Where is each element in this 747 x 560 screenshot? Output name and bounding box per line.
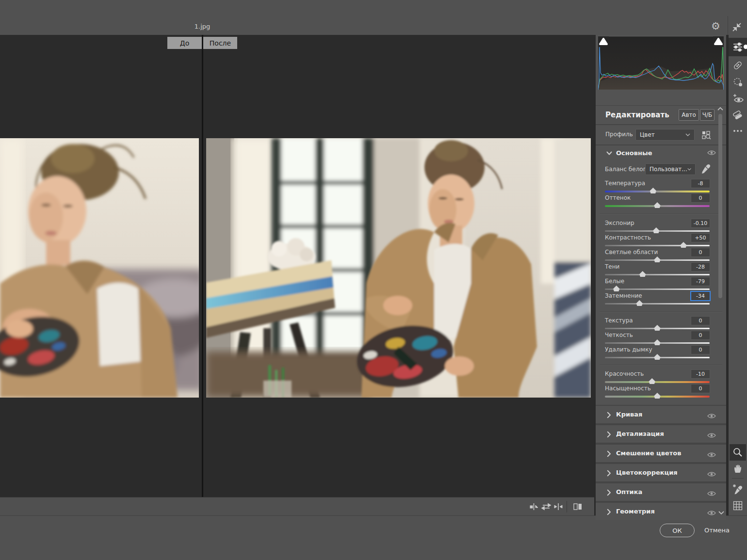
section-row-2[interactable]: Детализация — [596, 425, 726, 443]
slider-value-box[interactable]: -8 — [691, 179, 710, 188]
histogram[interactable] — [598, 36, 724, 90]
shadow-clipping-icon — [598, 36, 609, 47]
grid-overlay-icon[interactable] — [732, 500, 743, 511]
slider-value-box[interactable]: 0 — [691, 193, 710, 203]
section-row-4[interactable]: Цветокоррекция — [596, 464, 726, 481]
slider-value-box[interactable]: -10 — [691, 369, 710, 379]
slider-value-box[interactable]: -0.10 — [691, 219, 710, 228]
slider-track[interactable] — [605, 245, 710, 246]
white-balance-picker-icon[interactable] — [732, 484, 743, 495]
section-row-6[interactable]: Геометрия — [596, 503, 726, 520]
chevron-down-icon — [687, 168, 691, 171]
collapse-arrows-icon[interactable] — [731, 22, 742, 32]
scroll-up-icon[interactable] — [717, 107, 724, 112]
slider-thumb[interactable] — [654, 339, 661, 345]
section-row-5[interactable]: Оптика — [596, 483, 726, 501]
section-title: Детализация — [616, 430, 664, 437]
eye-icon[interactable] — [707, 509, 716, 518]
chevron-right-icon[interactable] — [607, 508, 611, 517]
bw-button[interactable]: Ч/Б — [700, 109, 715, 121]
before-after-toggle-icon[interactable] — [529, 501, 539, 512]
eye-icon[interactable] — [707, 470, 716, 479]
slider-thumb[interactable] — [613, 286, 620, 291]
slider-label: Четкость — [605, 332, 633, 338]
slider-thumb[interactable] — [639, 271, 646, 277]
auto-button[interactable]: Авто — [679, 109, 699, 121]
slider-value-box[interactable]: -79 — [691, 277, 710, 286]
camera-raw-dialog: 1.jpg ⚙ До После — [0, 0, 747, 560]
presets-icon[interactable] — [732, 110, 743, 120]
slider-track[interactable] — [605, 288, 710, 290]
eye-icon[interactable] — [707, 489, 716, 498]
chevron-right-icon[interactable] — [607, 450, 611, 459]
slider-thumb[interactable] — [649, 378, 655, 384]
hand-tool-icon[interactable] — [732, 464, 743, 474]
more-options-icon[interactable] — [732, 128, 743, 133]
section-row-1[interactable]: Кривая — [596, 406, 726, 423]
chevron-right-icon[interactable] — [607, 469, 611, 479]
gear-icon[interactable]: ⚙ — [711, 20, 720, 32]
slider-value-box[interactable]: 0 — [691, 316, 710, 325]
copy-settings-icon[interactable] — [553, 501, 564, 512]
slider-label: Красочность — [605, 370, 644, 377]
slider-track[interactable] — [605, 274, 710, 275]
topbar-divider — [728, 16, 728, 35]
scroll-down-icon[interactable] — [718, 510, 725, 515]
slider-thumb[interactable] — [650, 188, 656, 193]
slider-thumb[interactable] — [653, 227, 660, 233]
section-title: Кривая — [616, 411, 642, 418]
eyedropper-icon[interactable] — [700, 163, 711, 174]
basic-section-title[interactable]: Основные — [616, 149, 652, 157]
ok-button[interactable]: ОК — [660, 524, 695, 537]
chevron-right-icon[interactable] — [607, 431, 611, 440]
tab-before[interactable]: До — [167, 37, 202, 49]
before-image[interactable] — [0, 138, 199, 398]
slider-value-box[interactable]: 0 — [691, 345, 710, 354]
tab-after[interactable]: После — [203, 37, 237, 49]
slider-track[interactable] — [605, 381, 710, 383]
healing-brush-icon[interactable] — [732, 60, 743, 71]
slider-track[interactable] — [605, 191, 710, 192]
profile-dropdown[interactable]: Цвет — [635, 129, 695, 141]
scrollbar-thumb[interactable] — [718, 114, 722, 298]
chevron-right-icon[interactable] — [607, 411, 611, 420]
slider-thumb[interactable] — [680, 242, 687, 248]
edit-panel: Редактировать Авто Ч/Б Профиль Цвет Осно… — [596, 35, 726, 520]
white-balance-dropdown[interactable]: Пользоват... — [645, 163, 696, 175]
red-eye-icon[interactable] — [732, 93, 744, 104]
slider-row: Светлые области0 — [596, 248, 726, 263]
zoom-tool-icon[interactable] — [732, 447, 743, 458]
chevron-down-icon[interactable] — [606, 151, 612, 155]
slider-value-box[interactable]: +50 — [691, 233, 710, 242]
split-view-icon[interactable] — [572, 501, 583, 512]
slider-track[interactable] — [605, 303, 710, 304]
slider-thumb[interactable] — [654, 325, 661, 331]
slider-label: Оттенок — [605, 194, 631, 201]
eye-icon[interactable] — [707, 412, 716, 421]
slider-value-box[interactable]: -34 — [690, 291, 711, 301]
after-image[interactable] — [206, 138, 591, 398]
chevron-right-icon[interactable] — [607, 489, 611, 498]
slider-thumb[interactable] — [654, 256, 661, 262]
slider-value-box[interactable]: 0 — [691, 384, 710, 393]
slider-row: Красочность-10 — [596, 370, 726, 384]
swap-settings-icon[interactable] — [541, 501, 552, 512]
eye-icon[interactable] — [707, 431, 716, 440]
view-toolbar-divider — [567, 501, 567, 512]
section-title: Смешение цветов — [616, 449, 681, 457]
browse-profiles-icon[interactable] — [701, 130, 711, 140]
slider-value-box[interactable]: -28 — [691, 262, 710, 272]
slider-thumb[interactable] — [654, 393, 661, 399]
masking-icon[interactable] — [732, 77, 743, 87]
slider-thumb[interactable] — [636, 300, 643, 306]
cancel-button[interactable]: Отмена — [704, 527, 730, 534]
slider-value-box[interactable]: 0 — [691, 331, 710, 340]
slider-label: Контрастность — [605, 234, 651, 241]
eye-icon[interactable] — [707, 450, 716, 460]
slider-value-box[interactable]: 0 — [691, 248, 710, 257]
slider-thumb[interactable] — [654, 354, 661, 360]
eye-icon[interactable] — [707, 150, 716, 156]
edit-sliders-icon[interactable] — [732, 41, 744, 53]
section-row-3[interactable]: Смешение цветов — [596, 445, 726, 462]
slider-thumb[interactable] — [654, 202, 661, 208]
